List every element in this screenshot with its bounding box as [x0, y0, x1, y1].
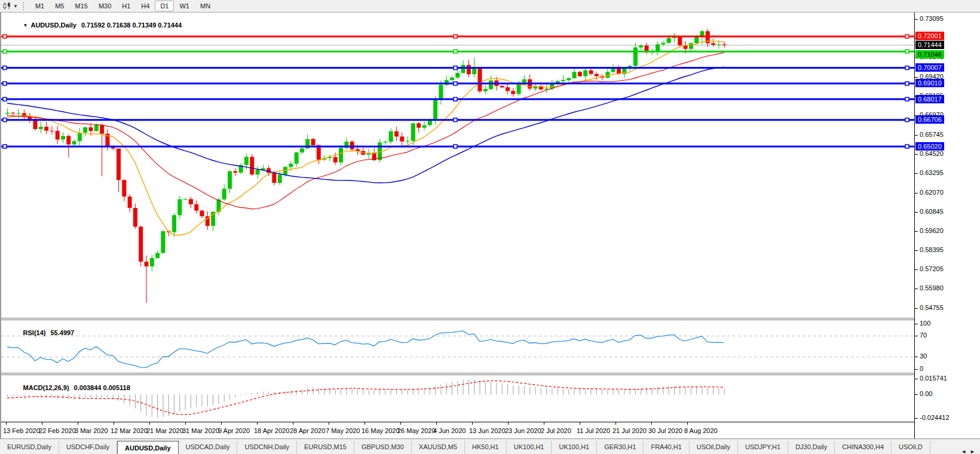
date-tick-mark — [149, 422, 150, 425]
axis-tick-mark — [915, 173, 918, 174]
date-tick-label: 31 Mar 2020 — [182, 427, 219, 434]
timeframe-button-mn[interactable]: MN — [195, 1, 216, 11]
line-drag-handle[interactable] — [454, 82, 457, 85]
chart-tab-usdcnh-daily[interactable]: USDCNH,Daily — [237, 441, 297, 454]
tab-scroll-right-icon[interactable]: ► — [970, 449, 975, 454]
date-tick-label: 22 Feb 2020 — [39, 427, 76, 434]
chart-tab-usoil-d[interactable]: USOil,D — [892, 441, 930, 454]
price-pane[interactable]: ▼AUDUSD,Daily0.71592 0.71638 0.71349 0.7… — [1, 13, 914, 318]
line-drag-handle[interactable] — [905, 118, 909, 122]
chart-tab-usdcad-daily[interactable]: USDCAD,Daily — [179, 441, 238, 454]
timeframe-button-m1[interactable]: M1 — [30, 1, 50, 11]
chart-tab-uk100-h1[interactable]: UK100,H1 — [507, 441, 552, 454]
chart-tab-eurusd-m15[interactable]: EURUSD,M15 — [297, 441, 354, 454]
macd-pane[interactable]: MACD(12,26,9)0.003844 0.005118 — [1, 375, 914, 422]
line-drag-handle[interactable] — [905, 82, 909, 85]
date-tick-mark — [114, 422, 114, 425]
timeframe-button-h1[interactable]: H1 — [117, 1, 136, 11]
candle-body — [139, 226, 143, 262]
rsi-pane[interactable]: RSI(14)55.4997 — [1, 320, 914, 373]
axis-tick-mark — [915, 212, 918, 213]
candle-body — [716, 44, 721, 45]
candle-body — [694, 37, 699, 43]
candle-body — [411, 123, 415, 141]
timeframe-button-m15[interactable]: M15 — [69, 1, 93, 11]
chart-tab-audusd-daily[interactable]: AUDUSD,Daily — [117, 441, 178, 454]
line-drag-handle[interactable] — [905, 66, 909, 70]
date-tick-mark — [42, 422, 42, 425]
date-tick-label: 23 Jun 2020 — [505, 427, 541, 434]
line-drag-handle[interactable] — [454, 50, 457, 53]
price-level-badge: 0.71444 — [915, 41, 944, 49]
line-drag-handle[interactable] — [3, 66, 7, 70]
line-drag-handle[interactable] — [905, 50, 909, 53]
candle-body — [639, 45, 643, 47]
chart-tab-usdjpy-h1[interactable]: USDJPY,H1 — [738, 441, 788, 454]
candle-body — [200, 211, 204, 217]
candle-body — [72, 141, 76, 145]
candle-body — [39, 127, 43, 129]
candle-body — [128, 197, 132, 208]
candle-body — [5, 113, 10, 114]
macd-title: MACD(12,26,9)0.003844 0.005118 — [5, 377, 130, 398]
chart-type-icon[interactable] — [2, 1, 13, 11]
tab-scroll-left-icon[interactable]: ◄ — [961, 449, 966, 454]
line-drag-handle[interactable] — [3, 50, 7, 53]
chart-menu-icon[interactable]: ▼ — [23, 23, 28, 28]
candle-body — [172, 215, 176, 232]
line-drag-handle[interactable] — [454, 35, 457, 38]
price-tick-label: 0.64520 — [920, 150, 944, 157]
candle-body — [439, 85, 443, 100]
date-tick-label: 30 Jul 2020 — [648, 427, 682, 434]
price-tick-label: 0.59620 — [920, 227, 944, 234]
date-axis[interactable]: 13 Feb 202022 Feb 20203 Mar 202012 Mar 2… — [1, 422, 914, 439]
line-drag-handle[interactable] — [3, 82, 7, 85]
date-tick-label: 7 May 2020 — [326, 427, 360, 434]
line-drag-handle[interactable] — [454, 118, 457, 122]
axis-tick-mark — [915, 394, 918, 395]
line-drag-handle[interactable] — [3, 145, 7, 148]
line-drag-handle[interactable] — [454, 145, 457, 148]
candle-body — [711, 43, 715, 45]
axis-tick-mark — [915, 369, 918, 370]
line-drag-handle[interactable] — [454, 66, 457, 70]
timeframe-button-w1[interactable]: W1 — [174, 1, 195, 11]
chart-tab-china300-h4[interactable]: CHINA300,H4 — [835, 441, 892, 454]
candles-layer — [5, 29, 727, 303]
chart-tab-eurusd-daily[interactable]: EURUSD,Daily — [0, 441, 59, 454]
candle-body — [595, 74, 599, 76]
chart-tab-ger30-h1[interactable]: GER30,H1 — [597, 441, 644, 454]
timeframe-button-d1[interactable]: D1 — [155, 1, 174, 11]
line-drag-handle[interactable] — [3, 118, 7, 122]
line-drag-handle[interactable] — [454, 97, 457, 101]
chart-tab-xauusd-m5[interactable]: XAUUSD,M5 — [412, 441, 465, 454]
chart-tab-fra40-h1[interactable]: FRA40,H1 — [644, 441, 689, 454]
candle-body — [56, 131, 60, 140]
line-drag-handle[interactable] — [905, 97, 909, 101]
date-tick-mark — [6, 422, 7, 425]
dropdown-caret-icon[interactable]: ▼ — [13, 4, 18, 9]
mt4-chart-window: { "toolbar": { "timeframes": ["M1","M5",… — [0, 0, 980, 454]
chart-tab-usoil-daily[interactable]: USOil,Daily — [690, 441, 738, 454]
chart-tab-usdchf-daily[interactable]: USDCHF,Daily — [59, 441, 117, 454]
candle-body — [478, 68, 482, 91]
date-tick-mark — [365, 422, 365, 425]
chart-tab-dj30-daily[interactable]: DJ30,Daily — [788, 441, 835, 454]
price-tick-label: 0.58395 — [920, 246, 944, 253]
timeframe-button-m5[interactable]: M5 — [50, 1, 69, 11]
price-level-badge: 0.71046 — [915, 50, 944, 59]
timeframe-button-m30[interactable]: M30 — [93, 1, 117, 11]
date-tick-label: 4 Jun 2020 — [433, 427, 466, 434]
candle-body — [311, 139, 316, 145]
plot-column: ▼AUDUSD,Daily0.71592 0.71638 0.71349 0.7… — [1, 13, 914, 438]
line-drag-handle[interactable] — [3, 97, 7, 101]
line-drag-handle[interactable] — [905, 145, 909, 148]
date-tick-mark — [472, 422, 473, 425]
chart-tab-uk100-h1[interactable]: UK100,H1 — [552, 441, 597, 454]
price-axis[interactable]: 0.730950.718700.706450.694200.681950.669… — [914, 13, 980, 438]
chart-tab-hk50-h1[interactable]: HK50,H1 — [465, 441, 507, 454]
line-drag-handle[interactable] — [905, 35, 909, 38]
chart-tab-gbpusd-m30[interactable]: GBPUSD,M30 — [354, 441, 412, 454]
timeframe-button-h4[interactable]: H4 — [136, 1, 155, 11]
candle-body — [50, 131, 54, 131]
